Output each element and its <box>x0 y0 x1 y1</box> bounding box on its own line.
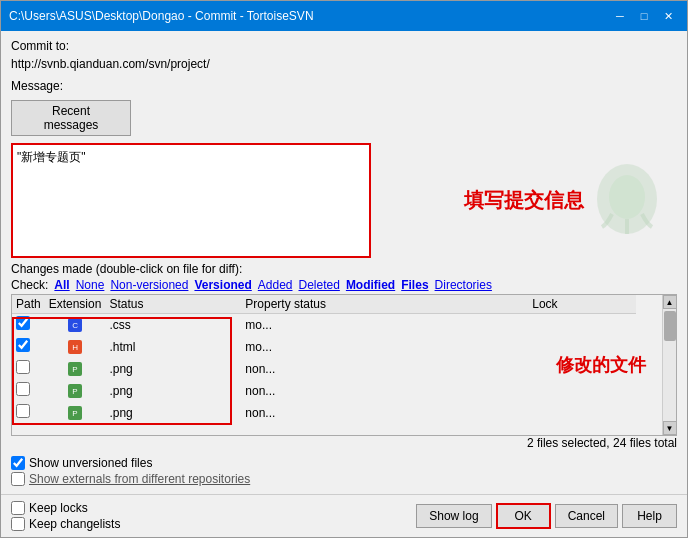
commit-url: http://svnb.qianduan.com/svn/project/ <box>11 57 677 71</box>
file-type-icon: P <box>68 384 82 398</box>
check-versioned-link[interactable]: Versioned <box>194 278 251 292</box>
row-checkbox-cell[interactable] <box>12 380 45 402</box>
message-area-container: 填写提交信息 <box>11 143 677 258</box>
status-text: 2 files selected, 24 files total <box>527 436 677 450</box>
check-files-link[interactable]: Files <box>401 278 428 292</box>
message-textarea[interactable] <box>11 143 371 258</box>
header-path: Path <box>12 295 45 314</box>
minimize-button[interactable]: ─ <box>609 7 631 25</box>
file-status: non... <box>241 358 528 380</box>
keep-changelists-label: Keep changelists <box>29 517 120 531</box>
file-status: non... <box>241 402 528 424</box>
bottom-right-buttons: Show log OK Cancel Help <box>416 503 677 529</box>
file-checkbox[interactable] <box>16 338 30 352</box>
check-directories-link[interactable]: Directories <box>435 278 492 292</box>
file-checkbox[interactable] <box>16 404 30 418</box>
close-button[interactable]: ✕ <box>657 7 679 25</box>
file-lock <box>636 402 662 424</box>
file-extension: .html <box>105 336 241 358</box>
table-row: P .png non... <box>12 358 662 380</box>
show-log-button[interactable]: Show log <box>416 504 491 528</box>
row-checkbox-cell[interactable] <box>12 358 45 380</box>
bottom-bar: Keep locks Keep changelists Show log OK … <box>1 494 687 537</box>
header-status: Status <box>105 295 241 314</box>
row-checkbox-cell[interactable] <box>12 314 45 336</box>
file-status: non... <box>241 380 528 402</box>
file-prop-status <box>528 402 636 424</box>
check-all-link[interactable]: All <box>54 278 69 292</box>
file-checkbox[interactable] <box>16 382 30 396</box>
show-unversioned-row: Show unversioned files <box>11 456 677 470</box>
file-icon-cell: H <box>45 336 106 358</box>
window-title: C:\Users\ASUS\Desktop\Dongao - Commit - … <box>9 9 314 23</box>
keep-changelists-row: Keep changelists <box>11 517 120 531</box>
changes-section: Changes made (double-click on file for d… <box>11 262 677 486</box>
check-nonversioned-link[interactable]: Non-versioned <box>110 278 188 292</box>
message-label: Message: <box>11 79 677 93</box>
header-extension: Extension <box>45 295 106 314</box>
tortoise-logo-icon <box>587 159 667 253</box>
table-row: H .html mo... <box>12 336 662 358</box>
check-deleted-link[interactable]: Deleted <box>299 278 340 292</box>
table-scrollbar[interactable]: ▲ ▼ <box>662 295 676 435</box>
table-row: C .css mo... <box>12 314 662 336</box>
check-modified-link[interactable]: Modified <box>346 278 395 292</box>
file-icon-cell: P <box>45 380 106 402</box>
maximize-button[interactable]: □ <box>633 7 655 25</box>
main-window: C:\Users\ASUS\Desktop\Dongao - Commit - … <box>0 0 688 538</box>
table-header-row: Path Extension Status Property status Lo… <box>12 295 662 314</box>
scroll-thumb[interactable] <box>664 311 676 341</box>
table-row: P .png non... <box>12 380 662 402</box>
show-unversioned-checkbox[interactable] <box>11 456 25 470</box>
keep-locks-checkbox[interactable] <box>11 501 25 515</box>
check-none-link[interactable]: None <box>76 278 105 292</box>
row-checkbox-cell[interactable] <box>12 336 45 358</box>
help-button[interactable]: Help <box>622 504 677 528</box>
file-type-icon: C <box>68 318 82 332</box>
file-extension: .png <box>105 380 241 402</box>
status-row: 2 files selected, 24 files total <box>11 436 677 450</box>
file-table: Path Extension Status Property status Lo… <box>12 295 662 424</box>
file-prop-status <box>528 314 636 336</box>
show-externals-row: Show externals from different repositori… <box>11 472 677 486</box>
file-icon-cell: P <box>45 402 106 424</box>
file-extension: .css <box>105 314 241 336</box>
file-type-icon: H <box>68 340 82 354</box>
check-added-link[interactable]: Added <box>258 278 293 292</box>
file-type-icon: P <box>68 406 82 420</box>
bottom-left-options: Keep locks Keep changelists <box>11 501 120 531</box>
file-extension: .png <box>105 358 241 380</box>
show-externals-label[interactable]: Show externals from different repositori… <box>29 472 250 486</box>
file-table-scroll[interactable]: Path Extension Status Property status Lo… <box>12 295 662 435</box>
recent-messages-button[interactable]: Recent messages <box>11 100 131 136</box>
file-lock <box>636 336 662 358</box>
show-externals-checkbox[interactable] <box>11 472 25 486</box>
file-prop-status <box>528 358 636 380</box>
window-controls: ─ □ ✕ <box>609 7 679 25</box>
file-checkbox[interactable] <box>16 316 30 330</box>
file-prop-status <box>528 380 636 402</box>
scroll-up-button[interactable]: ▲ <box>663 295 677 309</box>
file-type-icon: P <box>68 362 82 376</box>
show-unversioned-label: Show unversioned files <box>29 456 152 470</box>
keep-locks-label: Keep locks <box>29 501 88 515</box>
scroll-down-button[interactable]: ▼ <box>663 421 677 435</box>
check-row: Check: All None Non-versioned Versioned … <box>11 278 677 292</box>
keep-changelists-checkbox[interactable] <box>11 517 25 531</box>
message-annotation-area: 填写提交信息 <box>371 143 677 258</box>
file-lock <box>636 358 662 380</box>
cancel-button[interactable]: Cancel <box>555 504 618 528</box>
keep-locks-row: Keep locks <box>11 501 120 515</box>
header-lock: Lock <box>528 295 636 314</box>
file-status: mo... <box>241 336 528 358</box>
title-bar: C:\Users\ASUS\Desktop\Dongao - Commit - … <box>1 1 687 31</box>
changes-label: Changes made (double-click on file for d… <box>11 262 677 276</box>
file-status: mo... <box>241 314 528 336</box>
file-checkbox[interactable] <box>16 360 30 374</box>
row-checkbox-cell[interactable] <box>12 402 45 424</box>
ok-button[interactable]: OK <box>496 503 551 529</box>
file-lock <box>636 314 662 336</box>
file-extension: .png <box>105 402 241 424</box>
svg-point-1 <box>609 175 645 219</box>
header-property-status: Property status <box>241 295 528 314</box>
